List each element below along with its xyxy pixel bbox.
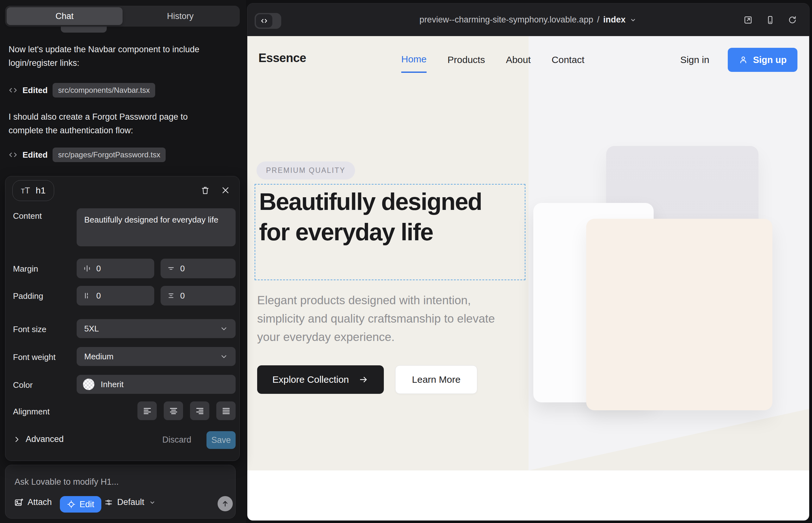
sign-up-label: Sign up: [753, 55, 787, 65]
edited-file-chip[interactable]: src/pages/ForgotPassword.tsx: [53, 147, 166, 162]
chevron-down-icon: [629, 16, 637, 24]
content-textarea[interactable]: Beautifully designed for everyday life: [77, 208, 236, 246]
tab-history[interactable]: History: [123, 7, 239, 25]
refresh-button[interactable]: [788, 15, 797, 25]
chrome-actions: [743, 3, 797, 36]
font-weight-value: Medium: [84, 352, 113, 362]
padding-x-value: 0: [96, 291, 101, 301]
margin-x-input[interactable]: 0: [77, 259, 154, 278]
margin-label: Margin: [13, 264, 38, 274]
margin-x-value: 0: [96, 264, 101, 273]
arrow-right-icon: [358, 375, 369, 385]
save-button[interactable]: Save: [207, 431, 236, 449]
advanced-label: Advanced: [26, 434, 64, 444]
content-label: Content: [13, 211, 42, 221]
nav-link-home[interactable]: Home: [401, 47, 427, 73]
align-center-icon: [169, 406, 178, 416]
send-button[interactable]: [217, 496, 233, 511]
padding-horizontal-icon: [83, 292, 91, 300]
chat-composer: Ask Lovable to modify H1... Attach Edit: [5, 465, 236, 519]
assistant-message: Now let's update the Navbar component to…: [8, 43, 211, 70]
attach-image-icon: [14, 498, 23, 507]
color-select[interactable]: Inherit: [77, 375, 236, 394]
padding-vertical-icon: [167, 292, 175, 300]
url-bar[interactable]: preview--charming-site-symphony.lovable.…: [247, 3, 809, 36]
nav-auth: Sign in Sign up: [680, 36, 797, 84]
hero-cta-row: Explore Collection Learn More: [257, 365, 477, 394]
hero-description: Elegant products designed with intention…: [257, 291, 515, 346]
close-icon: [221, 186, 230, 195]
edited-file-row: Edited src/components/Navbar.tsx: [8, 83, 155, 97]
padding-x-input[interactable]: 0: [77, 286, 154, 306]
font-weight-select[interactable]: Medium: [77, 347, 236, 366]
edited-label: Edited: [22, 86, 48, 95]
color-value: Inherit: [101, 380, 124, 390]
edited-file-chip[interactable]: src/components/Navbar.tsx: [53, 83, 155, 97]
edit-label: Edit: [80, 500, 94, 509]
nav-link-products[interactable]: Products: [447, 48, 485, 72]
mobile-view-button[interactable]: [765, 15, 775, 25]
hero-badge: PREMIUM QUALITY: [257, 161, 355, 180]
alignment-group: [138, 401, 236, 420]
open-in-new-tab-button[interactable]: [743, 15, 753, 25]
align-right-icon: [195, 406, 205, 416]
lovable-app: Chat History Now let's update the Navbar…: [0, 0, 812, 523]
tab-chat[interactable]: Chat: [7, 7, 123, 25]
edited-file-row: Edited src/pages/ForgotPassword.tsx: [8, 147, 166, 162]
editor-header: тT h1: [5, 183, 240, 200]
preview-browser: preview--charming-site-symphony.lovable.…: [247, 3, 810, 521]
hero-graphic-beige-card: [586, 219, 772, 410]
align-right-button[interactable]: [190, 401, 209, 420]
arrow-up-icon: [221, 500, 229, 508]
mode-selector[interactable]: Default: [104, 497, 156, 507]
font-size-value: 5XL: [84, 324, 99, 334]
site-logo[interactable]: Essence: [259, 51, 306, 65]
padding-y-input[interactable]: 0: [161, 286, 236, 306]
close-editor-button[interactable]: [218, 183, 232, 197]
font-size-label: Font size: [13, 325, 47, 334]
color-label: Color: [13, 380, 33, 390]
attach-button[interactable]: Attach: [14, 497, 52, 507]
sign-up-button[interactable]: Sign up: [728, 48, 797, 72]
delete-element-button[interactable]: [198, 183, 212, 197]
edited-label: Edited: [22, 150, 48, 160]
nav-link-about[interactable]: About: [506, 48, 530, 72]
nav-link-contact[interactable]: Contact: [552, 48, 584, 72]
selected-element-pill: тT h1: [12, 180, 54, 201]
sliders-icon: [104, 498, 113, 507]
discard-button[interactable]: Discard: [162, 435, 191, 445]
font-size-select[interactable]: 5XL: [77, 319, 236, 338]
external-link-icon: [743, 15, 753, 25]
learn-more-button[interactable]: Learn More: [395, 365, 477, 394]
align-center-button[interactable]: [164, 401, 183, 420]
composer-input[interactable]: Ask Lovable to modify H1...: [15, 477, 119, 487]
url-domain: preview--charming-site-symphony.lovable.…: [420, 15, 594, 25]
url-page: index: [603, 15, 626, 25]
edit-mode-button[interactable]: Edit: [60, 496, 101, 512]
sign-in-link[interactable]: Sign in: [680, 54, 709, 65]
explore-collection-button[interactable]: Explore Collection: [257, 365, 384, 394]
composer-toolbar: Attach Edit Default: [5, 496, 235, 512]
sidebar-tabbar: Chat History: [5, 6, 240, 26]
site-page: Essence Home Products About Contact Sign…: [247, 36, 810, 521]
mobile-phone-icon: [765, 15, 775, 25]
trash-icon: [200, 185, 210, 195]
padding-y-value: 0: [180, 291, 184, 301]
nav-links: Home Products About Contact: [401, 36, 584, 84]
cta-primary-label: Explore Collection: [272, 374, 349, 385]
align-left-icon: [142, 406, 152, 416]
person-icon: [739, 55, 748, 65]
chevron-down-icon: [220, 353, 228, 361]
element-editor-panel: тT h1 Content Beautifully designed for e…: [5, 176, 240, 461]
transparent-swatch-icon: [83, 379, 94, 390]
advanced-toggle[interactable]: Advanced: [13, 434, 64, 444]
hero-headline[interactable]: Beautifully designed for everyday life: [259, 186, 487, 247]
browser-chrome: preview--charming-site-symphony.lovable.…: [247, 3, 809, 36]
h1-selection-outline[interactable]: Beautifully designed for everyday life: [254, 184, 525, 280]
margin-y-input[interactable]: 0: [161, 259, 236, 278]
attach-label: Attach: [28, 497, 52, 507]
align-justify-button[interactable]: [216, 401, 236, 420]
code-icon: [8, 86, 17, 95]
align-left-button[interactable]: [138, 401, 157, 420]
site-navbar: Essence Home Products About Contact Sign…: [247, 36, 810, 84]
